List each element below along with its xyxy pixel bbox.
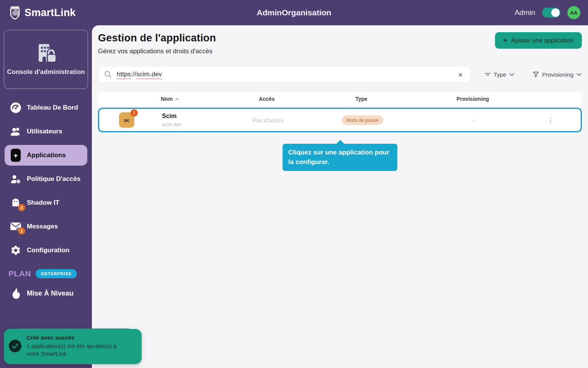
admin-mode-toggle[interactable] bbox=[542, 8, 560, 18]
toast-title: Créé avec succès bbox=[26, 334, 122, 341]
page-titles: Gestion de l'application Gérez vos appli… bbox=[98, 32, 216, 55]
type-filter-label: Type bbox=[494, 71, 506, 78]
table-header: Nom Accès Type Provisioning bbox=[98, 92, 582, 106]
top-bar: SmartLink AdminOrganisation Admin AA bbox=[0, 0, 588, 25]
plan-row: PLAN ENTERPRISE bbox=[8, 269, 92, 278]
brand-name: SmartLink bbox=[24, 7, 76, 19]
flame-icon bbox=[10, 287, 21, 300]
dashboard-icon bbox=[10, 102, 21, 113]
type-filter-dropdown[interactable]: Type bbox=[485, 71, 515, 78]
building-lock-icon bbox=[34, 43, 58, 65]
messages-count-badge: 2 bbox=[18, 227, 25, 235]
sidebar: Console d'administration Tableau De Bord bbox=[0, 25, 92, 368]
plus-icon: + bbox=[503, 36, 508, 44]
configure-hint-tooltip: Cliquez sur une application pour la conf… bbox=[283, 144, 397, 171]
provisioning-filter-label: Provisioning bbox=[542, 71, 573, 78]
app-avatar-cell: sc ! bbox=[99, 112, 162, 128]
table-row-scim[interactable]: sc ! Scim scim.dev Pas d'accès Mots de p… bbox=[98, 108, 582, 132]
sidebar-item-users[interactable]: Utilisateurs bbox=[5, 121, 87, 142]
sidebar-item-upgrade[interactable]: Mise À Niveau bbox=[10, 287, 92, 300]
sidebar-item-label: Messages bbox=[27, 223, 58, 230]
page-head: Gestion de l'application Gérez vos appli… bbox=[98, 32, 582, 55]
app-provisioning: - bbox=[428, 117, 520, 123]
app-name-cell: Scim scim.dev bbox=[162, 113, 238, 127]
app-domain: scim.dev bbox=[162, 122, 238, 127]
chevron-down-icon bbox=[509, 73, 514, 76]
upgrade-label: Mise À Niveau bbox=[27, 289, 74, 297]
app-access: Pas d'accès bbox=[238, 117, 297, 123]
provisioning-filter-dropdown[interactable]: Provisioning bbox=[533, 71, 582, 78]
user-avatar[interactable]: AA bbox=[567, 6, 580, 19]
main-content: Gestion de l'application Gérez vos appli… bbox=[92, 25, 588, 368]
sidebar-item-configuration[interactable]: Configuration bbox=[5, 240, 87, 261]
clear-search-icon[interactable]: × bbox=[456, 70, 465, 79]
col-provisioning[interactable]: Provisioning bbox=[426, 96, 519, 102]
add-application-button[interactable]: + Ajouter une application bbox=[495, 32, 582, 49]
ghost-icon: 3 bbox=[10, 197, 21, 208]
sort-asc-icon bbox=[175, 98, 179, 100]
col-acces[interactable]: Accès bbox=[237, 96, 296, 102]
search-value: https://scim.dev bbox=[117, 71, 162, 78]
brand-logo[interactable]: SmartLink bbox=[8, 5, 76, 20]
toast-message: 1 application(s) ont été ajoutée(s) à vo… bbox=[26, 342, 122, 358]
search-input[interactable]: https://scim.dev × bbox=[98, 66, 471, 83]
gear-icon bbox=[10, 245, 21, 256]
app-avatar: sc ! bbox=[119, 112, 134, 128]
sidebar-item-label: Shadow IT bbox=[27, 199, 59, 207]
console-admin-label: Console d'administration bbox=[7, 68, 85, 77]
app-name: Scim bbox=[162, 113, 238, 120]
sidebar-item-label: Utilisateurs bbox=[27, 128, 62, 135]
mail-icon: 2 bbox=[10, 222, 21, 232]
sidebar-item-applications[interactable]: + Applications bbox=[5, 145, 87, 166]
sidebar-item-label: Politique D'accès bbox=[27, 175, 80, 183]
sidebar-item-label: Configuration bbox=[27, 246, 69, 254]
funnel-icon bbox=[533, 71, 539, 77]
sidebar-item-shadow-it[interactable]: 3 Shadow IT bbox=[5, 192, 87, 213]
admin-mode-label: Admin bbox=[514, 8, 535, 17]
sidebar-item-access-policy[interactable]: Politique D'accès bbox=[5, 169, 87, 189]
sidebar-item-label: Applications bbox=[27, 151, 66, 159]
plan-tier-badge: ENTERPRISE bbox=[36, 269, 77, 278]
shadow-it-count-badge: 3 bbox=[18, 204, 25, 211]
org-title: AdminOrganisation bbox=[257, 8, 332, 17]
sidebar-item-label: Tableau De Bord bbox=[27, 104, 78, 112]
type-badge: Mots de passe bbox=[342, 115, 384, 125]
shield-fingerprint-icon bbox=[8, 5, 22, 20]
add-application-label: Ajouter une application bbox=[511, 37, 573, 44]
alert-badge-icon: ! bbox=[131, 109, 138, 117]
check-circle-icon bbox=[9, 340, 21, 352]
sidebar-item-messages[interactable]: 2 Messages bbox=[5, 216, 87, 237]
success-toast[interactable]: Créé avec succès 1 application(s) ont ét… bbox=[4, 329, 142, 364]
app-plus-icon: + bbox=[10, 149, 21, 162]
page-subtitle: Gérez vos applications et droits d'accès bbox=[98, 48, 216, 55]
kebab-menu-icon[interactable]: ⋮ bbox=[520, 116, 581, 124]
sidebar-item-dashboard[interactable]: Tableau De Bord bbox=[5, 97, 87, 118]
app-type-cell: Mots de passe bbox=[297, 115, 428, 125]
chevron-down-icon bbox=[577, 73, 582, 76]
filter-row: https://scim.dev × Type Provisioning bbox=[98, 66, 582, 83]
toggle-knob bbox=[551, 8, 560, 17]
applications-table: Nom Accès Type Provisioning sc ! Scim sc… bbox=[98, 92, 582, 132]
col-type[interactable]: Type bbox=[296, 96, 426, 102]
console-admin-card[interactable]: Console d'administration bbox=[4, 30, 88, 89]
user-gear-icon bbox=[10, 174, 21, 184]
sidebar-nav: Tableau De Bord Utilisateurs + Applicati… bbox=[0, 96, 92, 262]
col-nom[interactable]: Nom bbox=[161, 96, 237, 102]
topbar-right: Admin AA bbox=[514, 6, 580, 19]
search-icon bbox=[104, 70, 112, 79]
toast-text: Créé avec succès 1 application(s) ont ét… bbox=[26, 334, 122, 358]
plan-label: PLAN bbox=[8, 269, 31, 278]
filter-lines-icon bbox=[485, 72, 491, 77]
users-icon bbox=[10, 126, 21, 137]
page-title: Gestion de l'application bbox=[98, 32, 216, 44]
